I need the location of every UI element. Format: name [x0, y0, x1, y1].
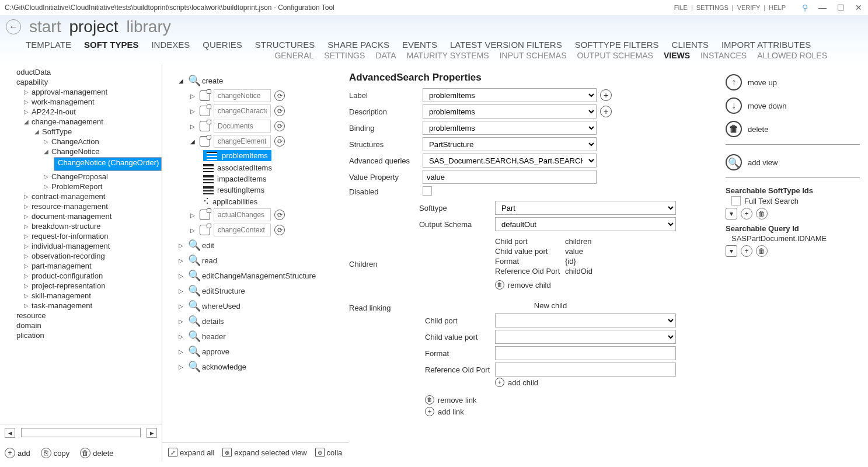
- outschema-input[interactable]: defaultOut: [495, 217, 676, 231]
- full-text-row[interactable]: Full Text Search: [726, 196, 860, 205]
- menu-file[interactable]: FILE: [673, 4, 689, 11]
- tree-node[interactable]: project-representation: [0, 281, 162, 291]
- h-scroll[interactable]: ◂ ▸: [5, 428, 157, 437]
- add-label-button[interactable]: +: [600, 89, 612, 101]
- node-label-input[interactable]: [214, 89, 271, 102]
- refresh-icon[interactable]: ⟳: [274, 121, 285, 131]
- expand-all-button[interactable]: ⤢expand all: [168, 448, 214, 457]
- scroll-track[interactable]: [21, 428, 141, 437]
- disabled-checkbox[interactable]: [423, 186, 432, 196]
- view-node[interactable]: 🔍details: [168, 313, 349, 329]
- subtab-input-schemas[interactable]: INPUT SCHEMAS: [500, 51, 567, 60]
- tree-node[interactable]: contract-management: [0, 191, 162, 201]
- delete-id-button[interactable]: 🗑: [756, 208, 768, 219]
- binding-input[interactable]: problemItems: [423, 121, 597, 135]
- tree-node[interactable]: domain: [0, 320, 162, 330]
- remove-link-button[interactable]: 🗑remove link: [425, 394, 688, 406]
- view-node[interactable]: ⟳: [168, 134, 349, 149]
- refresh-icon[interactable]: ⟳: [274, 90, 285, 101]
- view-node[interactable]: resultingItems: [168, 184, 349, 196]
- tree-node[interactable]: oductData: [0, 67, 162, 77]
- child-port-input[interactable]: [495, 313, 676, 327]
- crumb-project[interactable]: project: [69, 18, 118, 36]
- tab-softtype-filters[interactable]: SOFTTYPE FILTERS: [575, 40, 659, 50]
- tree-node[interactable]: resource: [0, 311, 162, 320]
- collapse-button[interactable]: ⊖colla: [315, 448, 343, 457]
- tab-template[interactable]: TEMPLATE: [26, 40, 71, 50]
- refresh-icon[interactable]: ⟳: [274, 136, 285, 147]
- tree-node[interactable]: task-management: [0, 301, 162, 311]
- add-link-button[interactable]: +add link: [425, 406, 688, 417]
- tree-node[interactable]: request-for-information: [0, 231, 162, 241]
- tree-node[interactable]: resource-management: [0, 201, 162, 211]
- tree-node[interactable]: ChangeNotice (ChangeOrder): [0, 156, 162, 172]
- refresh-icon[interactable]: ⟳: [274, 225, 285, 235]
- tab-indexes[interactable]: INDEXES: [151, 40, 190, 50]
- tab-clients[interactable]: CLIENTS: [672, 40, 709, 50]
- tab-events[interactable]: EVENTS: [402, 40, 437, 50]
- minimize-icon[interactable]: —: [817, 3, 828, 12]
- tree-node[interactable]: capability: [0, 77, 162, 87]
- back-button[interactable]: ←: [6, 19, 21, 34]
- tab-structures[interactable]: STRUCTURES: [255, 40, 315, 50]
- tab-queries[interactable]: QUERIES: [203, 40, 242, 50]
- menu-verify[interactable]: VERIFY: [736, 4, 762, 11]
- delete-view-button[interactable]: 🗑delete: [726, 117, 860, 141]
- add-id-button[interactable]: +: [741, 208, 752, 219]
- tree-node[interactable]: AP242-in-out: [0, 107, 162, 117]
- tree-node[interactable]: ChangeAction: [0, 137, 162, 147]
- view-node[interactable]: associatedItems: [168, 162, 349, 173]
- softtype-input[interactable]: Part: [495, 201, 676, 215]
- node-label-input[interactable]: [214, 224, 271, 236]
- add-view-button[interactable]: 🔍add view: [726, 151, 860, 174]
- subtab-maturity[interactable]: MATURITY SYSTEMS: [407, 51, 489, 60]
- scroll-right-icon[interactable]: ▸: [147, 428, 157, 438]
- move-up-button[interactable]: ↑move up: [726, 71, 860, 94]
- subtab-settings[interactable]: SETTINGS: [324, 51, 365, 60]
- delete-button[interactable]: 🗑delete: [80, 448, 113, 458]
- view-node[interactable]: 🔍approve: [168, 344, 349, 359]
- view-node[interactable]: ⟳: [168, 119, 349, 134]
- view-node[interactable]: 🔍read: [168, 253, 349, 268]
- subtab-views[interactable]: VIEWS: [664, 51, 690, 60]
- copy-button[interactable]: ⎘copy: [41, 448, 69, 458]
- tree-node[interactable]: approval-management: [0, 87, 162, 97]
- add-description-button[interactable]: +: [600, 106, 612, 117]
- node-label-input[interactable]: [214, 104, 271, 117]
- child-value-port-input[interactable]: [495, 330, 676, 344]
- tree-node[interactable]: breakdown-structure: [0, 221, 162, 231]
- format-input[interactable]: [495, 346, 676, 360]
- tree-node[interactable]: document-management: [0, 211, 162, 221]
- node-label-input[interactable]: [214, 135, 271, 148]
- tree-node[interactable]: ChangeNotice: [0, 147, 162, 156]
- subtab-data[interactable]: DATA: [375, 51, 396, 60]
- tree-node[interactable]: skill-management: [0, 291, 162, 301]
- tree-node[interactable]: SoftType: [0, 127, 162, 137]
- maximize-icon[interactable]: ☐: [836, 3, 846, 12]
- subtab-instances[interactable]: INSTANCES: [700, 51, 747, 60]
- add-button[interactable]: +add: [5, 448, 30, 458]
- move-down-button[interactable]: ↓move down: [726, 94, 860, 117]
- add-child-button[interactable]: +add child: [425, 377, 688, 388]
- node-label-input[interactable]: [214, 208, 271, 221]
- tab-import-attributes[interactable]: IMPORT ATTRIBUTES: [721, 40, 811, 50]
- scroll-left-icon[interactable]: ◂: [5, 428, 15, 438]
- remove-child-button[interactable]: 🗑remove child: [495, 279, 688, 291]
- pin-icon[interactable]: ⚲: [801, 3, 809, 12]
- value-prop-input[interactable]: [423, 170, 597, 184]
- view-node[interactable]: ⟳: [168, 88, 349, 103]
- view-node[interactable]: problemItems: [168, 149, 349, 162]
- view-node[interactable]: ⟳: [168, 207, 349, 222]
- crumb-library[interactable]: library: [127, 18, 171, 36]
- view-node[interactable]: 🔍acknowledge: [168, 359, 349, 374]
- refresh-icon[interactable]: ⟳: [274, 210, 285, 220]
- view-node[interactable]: ⟳: [168, 103, 349, 119]
- crumb-start[interactable]: start: [29, 18, 61, 36]
- close-icon[interactable]: ✕: [854, 3, 863, 12]
- tree-node[interactable]: ProblemReport: [0, 182, 162, 191]
- view-node[interactable]: 🔍editStructure: [168, 283, 349, 298]
- subtab-output-schemas[interactable]: OUTPUT SCHEMAS: [577, 51, 653, 60]
- tree-node[interactable]: work-management: [0, 97, 162, 107]
- tab-soft-types[interactable]: SOFT TYPES: [84, 40, 138, 50]
- expand-selected-button[interactable]: ⊕expand selected view: [222, 448, 306, 457]
